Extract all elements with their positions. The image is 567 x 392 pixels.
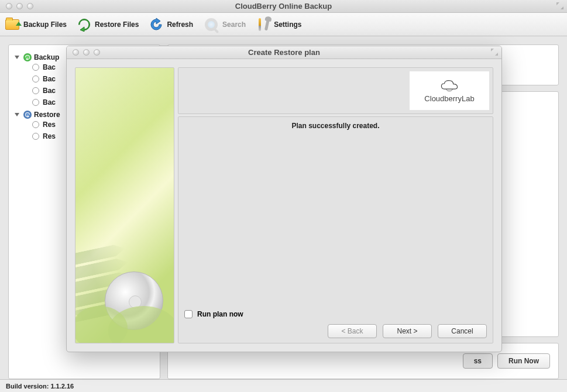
wizard-buttons: < Back Next > Cancel — [184, 324, 487, 338]
window-controls — [0, 3, 33, 9]
brand-text: CloudberryLab — [424, 94, 474, 103]
wizard-main-panel: Plan successfully created. Run plan now … — [178, 116, 493, 343]
radio-icon — [32, 64, 39, 71]
next-button[interactable]: Next > — [383, 324, 432, 338]
plan-item-label: Res — [43, 121, 56, 129]
dialog-title: Create Restore plan — [67, 48, 501, 57]
radio-icon — [32, 87, 39, 94]
settings-label: Settings — [274, 20, 301, 29]
chevron-down-icon — [15, 56, 19, 59]
radio-icon — [32, 133, 39, 140]
main-titlebar: CloudBerry Online Backup — [0, 0, 567, 13]
dialog-zoom-button[interactable] — [94, 49, 100, 56]
dialog-close-button[interactable] — [73, 49, 79, 56]
plan-item-label: Bac — [43, 75, 56, 83]
cloudberry-logo: CloudberryLab — [410, 71, 489, 110]
run-plan-now-label: Run plan now — [197, 310, 243, 318]
status-bar: Build version: 1.1.2.16 — [0, 379, 567, 392]
zoom-window-button[interactable] — [27, 3, 33, 9]
plan-item-label: Bac — [43, 63, 56, 71]
search-icon — [204, 17, 219, 32]
restore-category-icon — [23, 111, 32, 119]
restore-files-label: Restore Files — [95, 20, 139, 29]
run-plan-now-checkbox[interactable] — [184, 310, 193, 318]
create-restore-plan-dialog: Create Restore plan CloudberryLab Plan s… — [66, 46, 502, 352]
restore-header-label: Restore — [34, 111, 60, 119]
backup-category-icon — [23, 53, 32, 61]
backup-files-button[interactable]: Backup Files — [5, 17, 67, 32]
dialog-titlebar: Create Restore plan — [67, 46, 501, 59]
search-label: Search — [222, 20, 246, 29]
main-toolbar: Backup Files Restore Files Refresh Searc… — [0, 13, 567, 36]
success-message: Plan successfully created. — [184, 122, 487, 130]
plan-item-label: Bac — [43, 87, 56, 95]
settings-button[interactable]: Settings — [256, 18, 301, 32]
back-button[interactable]: < Back — [328, 324, 377, 338]
cloud-graphic — [75, 293, 174, 339]
dialog-body: CloudberryLab Plan successfully created.… — [67, 59, 501, 352]
wizard-header: CloudberryLab — [178, 67, 493, 114]
radio-icon — [32, 99, 39, 106]
refresh-label: Refresh — [167, 20, 193, 29]
dialog-maximize-icon[interactable] — [491, 49, 498, 56]
settings-icon — [256, 18, 270, 32]
wizard-content: CloudberryLab Plan successfully created.… — [178, 67, 493, 343]
build-version-label: Build version: 1.1.2.16 — [6, 383, 74, 390]
plan-item-label: Res — [43, 132, 56, 140]
backup-files-label: Backup Files — [23, 20, 67, 29]
wizard-sidebar-graphic — [75, 67, 174, 343]
restore-arrow-icon — [77, 18, 91, 32]
plan-item-label: Bac — [43, 98, 56, 106]
maximize-icon[interactable] — [556, 2, 563, 9]
refresh-button[interactable]: Refresh — [149, 18, 193, 32]
search-button[interactable]: Search — [204, 17, 246, 32]
obscured-action-button[interactable]: ss — [463, 353, 493, 369]
run-plan-now-row[interactable]: Run plan now — [184, 310, 487, 318]
chevron-down-icon — [15, 113, 19, 116]
minimize-window-button[interactable] — [16, 3, 23, 9]
backup-header-label: Backup — [34, 53, 59, 61]
radio-icon — [32, 75, 39, 82]
restore-files-button[interactable]: Restore Files — [77, 18, 139, 32]
main-window-title: CloudBerry Online Backup — [0, 2, 567, 11]
radio-icon — [32, 121, 39, 128]
refresh-icon — [149, 18, 163, 32]
folder-backup-icon — [5, 17, 20, 32]
close-window-button[interactable] — [6, 3, 12, 9]
dialog-minimize-button[interactable] — [83, 49, 90, 56]
run-now-button[interactable]: Run Now — [497, 353, 550, 369]
cancel-button[interactable]: Cancel — [438, 324, 487, 338]
dialog-window-controls — [67, 49, 100, 56]
